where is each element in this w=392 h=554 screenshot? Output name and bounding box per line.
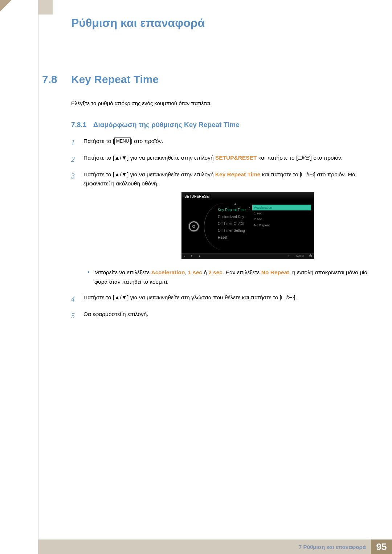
osd-option: 2 sec: [252, 216, 311, 222]
step-number: 1: [71, 137, 78, 148]
box-icon: [281, 296, 286, 299]
step-text: και πατήστε το [: [257, 155, 298, 161]
subsection-number: 7.8.1: [71, 121, 86, 128]
osd-menu: ▲ Key Repeat Time Customized Key Off Tim…: [206, 200, 246, 253]
footer-chapter-label: 7 Ρύθμιση και επαναφορά: [299, 544, 366, 550]
bullet-text: ή: [202, 269, 208, 275]
highlight-text: No Repeat: [261, 269, 289, 275]
section-title: Key Repeat Time: [71, 73, 159, 86]
osd-options: Acceleration 1 sec 2 sec No Repeat: [252, 205, 311, 229]
box-icon: [301, 173, 306, 176]
section-number: 7.8: [42, 73, 64, 86]
osd-screenshot: SETUP&RESET ▲ Key Repeat Time Customized…: [181, 192, 314, 259]
osd-footer: ◂ ▼ ▲ ↵ AUTO ⏻: [181, 253, 314, 259]
step-text: ] για να μετακινηθείτε στην επιλογή: [127, 171, 215, 177]
gear-icon: [189, 221, 199, 231]
osd-menu-item: Off Timer On/Off: [218, 221, 246, 227]
subsection-title: Διαμόρφωση της ρύθμισης Key Repeat Time: [93, 121, 240, 128]
enter-icon: [288, 296, 294, 299]
up-icon: ▲: [198, 254, 201, 259]
step-text: ] για να μετακινηθείτε στην επιλογή: [127, 155, 215, 161]
step-text: Πατήστε το [: [83, 138, 114, 144]
corner-decoration: [0, 0, 12, 12]
enter-icon: [305, 156, 310, 160]
bullet-text: Μπορείτε να επιλέξετε: [94, 269, 151, 275]
arrow-keys-icon: ▲/▼: [114, 294, 127, 300]
osd-menu-item: Customized Key: [218, 214, 246, 220]
highlight-text: SETUP&RESET: [215, 155, 257, 161]
enter-icon: [308, 173, 314, 176]
box-icon: [298, 156, 303, 160]
step-list-cont: 4 Πατήστε το [▲/▼] για να μετακινηθείτε …: [71, 293, 370, 321]
bullet-icon: [88, 271, 89, 273]
page-footer: 7 Ρύθμιση και επαναφορά 95: [38, 539, 392, 554]
down-icon: ▼: [190, 254, 193, 259]
slash: /: [303, 155, 304, 161]
step-text: ] στο προϊόν.: [131, 138, 163, 144]
step-list: 1 Πατήστε το [MENU] στο προϊόν. 2 Πατήστ…: [71, 137, 370, 263]
osd-menu-item: Reset: [218, 235, 246, 241]
step-text: ].: [294, 294, 297, 300]
step-text: Θα εφαρμοστεί η επιλογή.: [83, 311, 148, 317]
step-number: 2: [71, 153, 78, 165]
step-text: και πατήστε το [: [261, 171, 302, 177]
osd-option: 1 sec: [252, 210, 311, 216]
osd-menu-item-selected: Key Repeat Time: [218, 207, 246, 213]
power-icon: ⏻: [309, 254, 312, 259]
highlight-text: 2 sec: [208, 269, 222, 275]
page-number: 95: [371, 539, 392, 554]
step-4: 4 Πατήστε το [▲/▼] για να μετακινηθείτε …: [71, 293, 370, 305]
intro-text: Ελέγξτε το ρυθμό απόκρισης ενός κουμπιού…: [71, 100, 370, 106]
step-1: 1 Πατήστε το [MENU] στο προϊόν.: [71, 137, 370, 148]
highlight-text: 1 sec: [188, 269, 202, 275]
step-text: ] για να μετακινηθείτε στη γλώσσα που θέ…: [127, 294, 281, 300]
enter-icon: ↵: [288, 254, 291, 259]
step-text: Πατήστε το [: [83, 171, 114, 177]
step-text: ] στο προϊόν.: [310, 155, 343, 161]
step-2: 2 Πατήστε το [▲/▼] για να μετακινηθείτε …: [71, 153, 370, 165]
highlight-text: Acceleration: [151, 269, 185, 275]
step-text: Πατήστε το [: [83, 294, 114, 300]
arrow-keys-icon: ▲/▼: [114, 155, 127, 161]
back-icon: ◂: [184, 254, 185, 259]
bullet-text: . Εάν επιλέξετε: [222, 269, 261, 275]
osd-colon: :: [249, 205, 250, 211]
step-5: 5 Θα εφαρμοστεί η επιλογή.: [71, 310, 370, 321]
menu-button-label: MENU: [114, 138, 131, 145]
step-number: 4: [71, 293, 78, 305]
subsection-heading: 7.8.1 Διαμόρφωση της ρύθμισης Key Repeat…: [71, 121, 370, 129]
step-number: 3: [71, 170, 78, 263]
osd-menu-item: Off Timer Setting: [218, 228, 246, 234]
bullet-text: ,: [185, 269, 188, 275]
osd-option-selected: Acceleration: [252, 205, 311, 210]
arrow-keys-icon: ▲/▼: [114, 171, 127, 177]
highlight-text: Key Repeat Time: [215, 171, 261, 177]
osd-title: SETUP&RESET: [181, 192, 314, 200]
step-3: 3 Πατήστε το [▲/▼] για να μετακινηθείτε …: [71, 170, 370, 263]
step-text: Πατήστε το [: [83, 155, 114, 161]
auto-label: AUTO: [296, 254, 304, 259]
step-number: 5: [71, 310, 78, 321]
osd-option: No Repeat: [252, 222, 311, 228]
slash: /: [306, 171, 308, 177]
up-arrow-icon: ▲: [234, 202, 246, 206]
bullet-note: Μπορείτε να επιλέξετε Acceleration, 1 se…: [88, 268, 370, 287]
chapter-title: Ρύθμιση και επαναφορά: [71, 16, 392, 30]
